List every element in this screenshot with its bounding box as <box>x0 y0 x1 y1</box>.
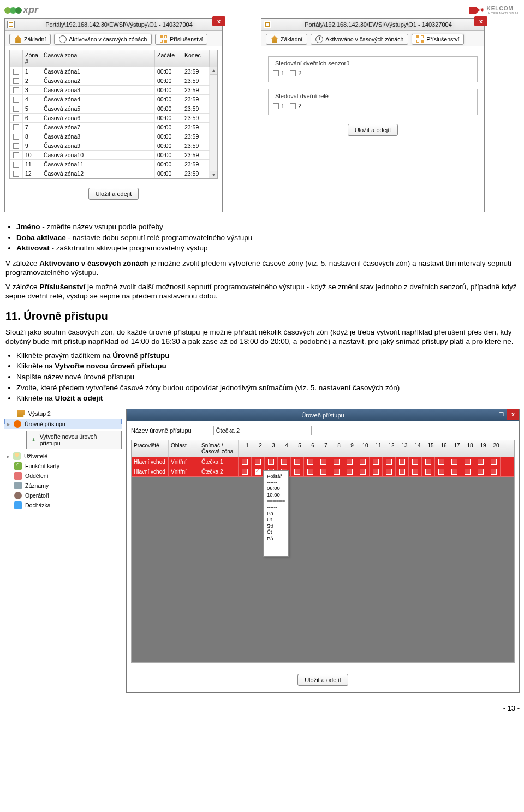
zone-checkbox-cell[interactable] <box>422 457 435 467</box>
table-row[interactable]: 12Časová zóna1200:0023:59 <box>10 169 217 178</box>
row-checkbox[interactable] <box>13 106 19 112</box>
zone-checkbox-cell[interactable] <box>448 467 461 476</box>
col-zone-number[interactable]: 3 <box>267 443 280 455</box>
col-zone-name[interactable]: Časová zóna <box>41 50 155 67</box>
col-zone-number[interactable]: 11 <box>372 443 385 455</box>
relay-1-check[interactable]: 1 <box>273 103 284 109</box>
allocation-row[interactable]: Hlavní vchodVnitřníČtečka 1 <box>132 457 514 467</box>
minimize-button[interactable]: — <box>483 409 495 420</box>
level-name-input[interactable] <box>213 426 312 435</box>
close-button[interactable]: x <box>212 16 225 26</box>
col-zone-number[interactable]: 18 <box>463 443 477 455</box>
tree-records[interactable]: Záznamy <box>4 481 122 491</box>
table-row[interactable]: 6Časová zóna600:0023:59 <box>10 114 217 123</box>
col-zone-number[interactable]: 14 <box>411 443 424 455</box>
close-button[interactable]: x <box>474 16 487 26</box>
zone-checkbox-cell[interactable] <box>317 467 330 476</box>
row-checkbox[interactable] <box>13 115 19 121</box>
table-row[interactable]: 5Časová zóna500:0023:59 <box>10 104 217 114</box>
row-checkbox[interactable] <box>13 143 19 149</box>
col-zone-number[interactable]: 1 <box>241 443 254 455</box>
col-zone-number[interactable]: 6 <box>306 443 319 455</box>
zone-checkbox-cell[interactable] <box>291 457 304 467</box>
zone-checkbox-cell[interactable] <box>487 457 501 467</box>
scrollbar[interactable]: ▲ ▼ <box>210 67 217 178</box>
row-checkbox[interactable] <box>13 134 19 140</box>
col-reader[interactable]: Snímač / Časová zóna <box>199 440 239 457</box>
tree-attendance[interactable]: Docházka <box>4 500 122 510</box>
table-row[interactable]: 3Časová zóna300:0023:59 <box>10 86 217 95</box>
zone-checkbox-cell[interactable] <box>435 467 448 476</box>
zone-checkbox-cell[interactable] <box>370 457 383 467</box>
col-zone-number[interactable]: 9 <box>346 443 359 455</box>
tree-depts[interactable]: Oddělení <box>4 471 122 481</box>
zone-checkbox-cell[interactable] <box>409 457 422 467</box>
col-end[interactable]: Konec <box>182 50 210 67</box>
tree-operators[interactable]: Operátoři <box>4 491 122 500</box>
zone-checkbox-cell[interactable] <box>396 467 409 476</box>
tree-access-levels[interactable]: ▸ Úrovně přístupu <box>4 419 122 429</box>
save-exit-button[interactable]: Uložit a odejít <box>88 188 139 200</box>
close-button[interactable]: x <box>507 409 519 420</box>
zone-checkbox-cell[interactable] <box>474 467 487 476</box>
zone-checkbox-cell[interactable] <box>487 467 501 476</box>
tab-timezones[interactable]: Aktivováno v časových zónách <box>311 34 408 45</box>
save-exit-button[interactable]: Uložit a odejít <box>348 124 398 136</box>
table-row[interactable]: 7Časová zóna700:0023:59 <box>10 123 217 132</box>
zone-checkbox-cell[interactable] <box>265 457 278 467</box>
sensor-2-check[interactable]: 2 <box>290 70 301 76</box>
col-zone-number[interactable]: 8 <box>332 443 346 455</box>
zone-checkbox-cell[interactable] <box>474 457 487 467</box>
tab-accessories[interactable]: Příslušenství <box>412 34 464 45</box>
zone-checkbox-cell[interactable] <box>343 467 356 476</box>
tree-fcards[interactable]: Funkční karty <box>4 461 122 471</box>
col-zone-number[interactable]: 10 <box>359 443 372 455</box>
zone-checkbox-cell[interactable] <box>304 467 317 476</box>
zone-checkbox-cell[interactable] <box>278 457 291 467</box>
row-checkbox[interactable] <box>13 97 19 103</box>
row-checkbox[interactable] <box>13 87 19 93</box>
save-exit-button[interactable]: Uložit a odejít <box>297 674 348 686</box>
zone-checkbox-cell[interactable] <box>239 457 252 467</box>
relay-2-check[interactable]: 2 <box>290 103 301 109</box>
col-zone-number[interactable]: 19 <box>477 443 490 455</box>
context-menu-create-level[interactable]: + Vytvořte novou úroveň přístupu <box>26 431 122 449</box>
zone-checkbox-cell[interactable] <box>343 457 356 467</box>
scroll-up-icon[interactable]: ▲ <box>210 67 217 75</box>
tab-basic[interactable]: Základní <box>9 34 51 45</box>
zone-checkbox-cell[interactable] <box>383 457 396 467</box>
row-checkbox[interactable] <box>13 152 19 158</box>
tree-users[interactable]: ▸ Uživatelé <box>4 451 122 461</box>
zone-checkbox-cell[interactable] <box>435 457 448 467</box>
col-zone-number[interactable]: 16 <box>437 443 450 455</box>
tab-accessories[interactable]: Příslušenství <box>155 34 207 45</box>
titlebar[interactable]: Úroveň přístupu — ❐ x <box>127 409 519 421</box>
col-zone-number[interactable]: 2 <box>254 443 267 455</box>
titlebar[interactable]: Portály\192.168.142.30\EWSI\Výstupy\O1 -… <box>5 19 222 31</box>
maximize-button[interactable]: ❐ <box>495 409 507 420</box>
zone-checkbox-cell[interactable] <box>409 467 422 476</box>
zone-checkbox-cell[interactable] <box>461 457 474 467</box>
zone-checkbox-cell[interactable] <box>461 467 474 476</box>
table-row[interactable]: 9Časová zóna900:0023:59 <box>10 141 217 151</box>
col-zone-number[interactable]: 17 <box>450 443 463 455</box>
tab-basic[interactable]: Základní <box>266 34 307 45</box>
zone-checkbox-cell[interactable] <box>356 467 370 476</box>
zone-checkbox-cell[interactable] <box>370 467 383 476</box>
sensor-1-check[interactable]: 1 <box>273 70 284 76</box>
zone-checkbox-cell[interactable] <box>356 457 370 467</box>
zone-checkbox-cell[interactable] <box>330 457 343 467</box>
table-row[interactable]: 10Časová zóna1000:0023:59 <box>10 151 217 160</box>
col-start[interactable]: Začáte <box>155 50 182 67</box>
zone-checkbox-cell[interactable] <box>304 457 317 467</box>
scroll-down-icon[interactable]: ▼ <box>210 171 217 178</box>
col-zone-number[interactable]: 12 <box>385 443 398 455</box>
zone-checkbox-cell[interactable] <box>448 457 461 467</box>
table-row[interactable]: 1Časová zóna100:0023:59 <box>10 67 217 76</box>
zone-checkbox-cell[interactable] <box>239 467 252 476</box>
zone-checkbox-cell[interactable] <box>291 467 304 476</box>
zone-checkbox-cell[interactable] <box>422 467 435 476</box>
tree-output2[interactable]: Výstup 2 <box>15 409 122 419</box>
zone-checkbox-cell[interactable] <box>396 457 409 467</box>
zone-checkbox-cell[interactable] <box>317 457 330 467</box>
